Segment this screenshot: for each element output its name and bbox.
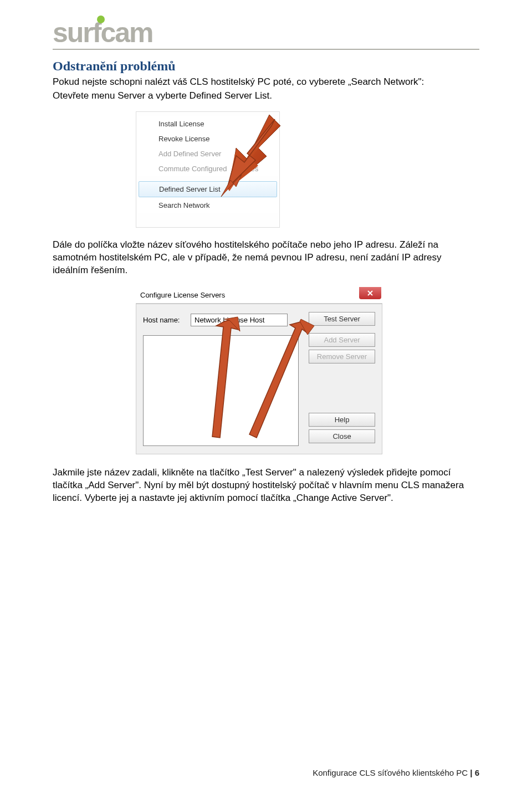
header-divider: [53, 49, 479, 50]
close-icon[interactable]: [359, 287, 381, 299]
host-input[interactable]: [191, 314, 288, 326]
remove-server-button[interactable]: Remove Server: [309, 350, 375, 363]
add-server-button[interactable]: Add Server: [309, 333, 375, 347]
dialog-title: Configure License Servers: [140, 291, 225, 299]
footer-page: 6: [475, 768, 479, 777]
dialog-titlebar: Configure License Servers: [136, 287, 382, 304]
menu-screenshot: Install License Revoke License Add Defin…: [136, 111, 280, 228]
annotation-arrow-icon: [219, 115, 286, 203]
dialog-body: Host name: Test Server Add Server Remove…: [136, 304, 382, 454]
intro-text-1: Pokud nejste schopni nalézt váš CLS host…: [53, 76, 479, 89]
page-footer: Konfigurace CLS síťového klientského PC …: [313, 768, 479, 777]
footer-text: Konfigurace CLS síťového klientského PC: [313, 768, 468, 777]
instruction-text-2: Dále do políčka vložte název síťového ho…: [53, 239, 479, 277]
close-button[interactable]: Close: [309, 429, 375, 443]
dialog-screenshot: Configure License Servers Host name: Tes…: [136, 287, 382, 454]
host-label: Host name:: [143, 316, 186, 324]
page-heading: Odstranění problémů: [53, 59, 479, 74]
server-listbox[interactable]: [143, 335, 299, 446]
help-button[interactable]: Help: [309, 413, 375, 427]
test-server-button[interactable]: Test Server: [309, 312, 375, 326]
intro-text-2: Otevřete menu Server a vyberte Defined S…: [53, 90, 479, 103]
svg-point-0: [97, 16, 105, 23]
logo: surfcam: [53, 17, 153, 49]
instruction-text-3: Jakmile jste název zadali, klikněte na t…: [53, 467, 479, 505]
logo-dot-icon: [96, 14, 106, 24]
